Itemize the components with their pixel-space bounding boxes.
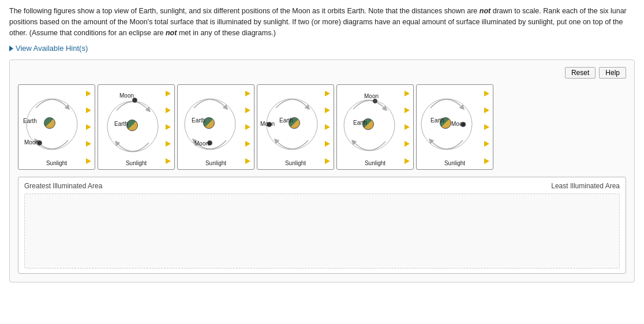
sunlight-label-5: Sunlight [365, 160, 385, 166]
sunlight-label-1: Sunlight [46, 160, 67, 166]
earth-label-6: Earth [430, 117, 444, 124]
diagram-card-4[interactable]: Earth Moon Sunlight [257, 84, 334, 170]
diagram-card-2[interactable]: Earth Moon Sunlight [98, 84, 175, 170]
earth-label-1: Earth [23, 118, 37, 124]
instructions-text: The following figures show a top view of… [9, 6, 632, 38]
moon-label-5: Moon [364, 93, 379, 99]
earth-label-3: Earth [192, 117, 205, 124]
reset-button[interactable]: Reset [565, 67, 596, 79]
least-label: Least Illuminated Area [551, 182, 620, 190]
earth-label-5: Earth [353, 120, 367, 126]
arrows-right-2 [163, 85, 173, 169]
moon-label-6: Moon [451, 121, 466, 127]
help-button[interactable]: Help [599, 67, 626, 79]
hint-triangle-icon [9, 46, 13, 51]
diagram-card-6[interactable]: Earth Moon Sunlight [416, 84, 493, 170]
ranking-labels: Greatest Illuminated Area Least Illumina… [24, 182, 620, 190]
moon-label-1: Moon [24, 139, 39, 146]
sunlight-label-3: Sunlight [205, 160, 226, 166]
moon-label-2: Moon [119, 92, 134, 99]
earth-label-4: Earth [279, 117, 293, 124]
moon-label-4: Moon [260, 121, 275, 127]
ranking-drop-zone[interactable] [24, 193, 620, 269]
moon-label-3: Moon [194, 140, 209, 147]
diagram-card-3[interactable]: Earth Moon Sunlight [177, 84, 254, 170]
hint-toggle[interactable]: View Available Hint(s) [9, 44, 635, 53]
sunlight-label-4: Sunlight [285, 160, 306, 166]
diagram-card-5[interactable]: Earth Moon Sunlight [336, 84, 414, 170]
main-container: Reset Help Earth Mo [9, 59, 635, 282]
ranking-area[interactable]: Greatest Illuminated Area Least Illumina… [18, 177, 626, 274]
sunlight-label-6: Sunlight [444, 160, 465, 166]
earth-label-2: Earth [114, 121, 128, 127]
greatest-label: Greatest Illuminated Area [24, 182, 102, 190]
arrows-right-5 [402, 85, 411, 169]
toolbar: Reset Help [18, 67, 626, 79]
arrows-right-4 [323, 85, 332, 169]
hint-label: View Available Hint(s) [16, 44, 88, 53]
arrows-right-1 [84, 85, 93, 169]
sunlight-label-2: Sunlight [126, 160, 147, 166]
diagram-card-1[interactable]: Earth Moon Sunlight [18, 84, 95, 170]
arrows-right-3 [243, 85, 252, 169]
diagrams-row: Earth Moon Sunlight [18, 84, 626, 170]
arrows-right-6 [482, 85, 491, 169]
